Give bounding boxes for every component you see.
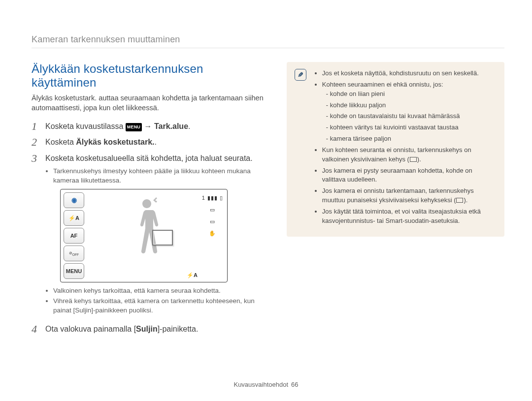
step-number: 3: [32, 153, 40, 320]
menu-button: MENU: [64, 263, 84, 279]
right-column: Jos et kosketa näyttöä, kohdistusruutu o…: [287, 62, 504, 237]
stabilizer-icon: ✋: [209, 230, 216, 238]
page-content: Kameran tarkennuksen muuttaminen Älykkää…: [0, 0, 532, 359]
indicator-icon: ▭: [210, 206, 215, 214]
red-frame-icon: [456, 198, 463, 203]
note-item: Jos kamera ei onnistu tarkentamaan, tark…: [322, 186, 496, 205]
step-1: 1 Kosketa kuvaustilassa MENU → Tark.alue…: [32, 121, 271, 132]
flash-auto-button: ⚡A: [64, 210, 84, 226]
step-body: Ota valokuva painamalla [Suljin]-painike…: [45, 323, 271, 335]
note-item: Kun kohteen seuranta ei onnistu, tarkenn…: [322, 146, 496, 164]
step-number: 2: [32, 136, 40, 148]
step-2: 2 Kosketa Älykäs kosketustark..: [32, 136, 271, 148]
timer-off-button: ⊘OFF: [64, 246, 84, 261]
breadcrumb: Kameran tarkennuksen muuttaminen: [32, 34, 504, 45]
step-body: Kosketa kuvaustilassa MENU → Tark.alue.: [45, 121, 271, 132]
af-button: AF: [64, 228, 84, 244]
note-item: Kohteen seuraaminen ei ehkä onnistu, jos…: [322, 80, 496, 144]
page-footer: Kuvausvaihtoehdot66: [0, 381, 532, 388]
step-list: 1 Kosketa kuvaustilassa MENU → Tark.alue…: [32, 121, 271, 335]
step-4: 4 Ota valokuva painamalla [Suljin]-paini…: [32, 323, 271, 335]
step-number: 1: [32, 121, 40, 132]
page-number: 66: [291, 381, 298, 388]
two-column-layout: Älykkään kosketustarkennuksen käyttämine…: [32, 62, 504, 339]
step-body: Kosketa kosketusalueella sitä kohdetta, …: [45, 153, 271, 320]
note-box: Jos et kosketa näyttöä, kohdistusruutu o…: [287, 62, 504, 237]
note-item: Jos et kosketa näyttöä, kohdistusruutu o…: [322, 69, 496, 78]
note-item: Jos käytät tätä toimintoa, et voi valita…: [322, 207, 496, 226]
note-sublist: kohde on liian pieni kohde liikkuu paljo…: [322, 90, 496, 144]
mode-p-button: ◉: [64, 192, 84, 208]
step-3-subbullets-b: Valkoinen kehys tarkoittaa, että kamera …: [45, 286, 271, 315]
footer-section: Kuvausvaihtoehdot: [233, 381, 288, 388]
divider: [32, 48, 504, 48]
menu-chip-icon: MENU: [126, 123, 142, 131]
step-body: Kosketa Älykäs kosketustark..: [45, 136, 271, 148]
note-list: Jos et kosketa näyttöä, kohdistusruutu o…: [315, 69, 496, 226]
preview-right-indicators: 1 ▮▮▮ ▯ ▭ ▭ ✋: [202, 194, 223, 238]
white-frame-icon: [410, 157, 417, 162]
note-item: Jos kamera ei pysty seuraamaan kohdetta,…: [322, 166, 496, 185]
preview-left-toolbar: ◉ ⚡A AF ⊘OFF MENU: [64, 192, 84, 279]
step-number: 4: [32, 323, 40, 335]
step-3: 3 Kosketa kosketusalueella sitä kohdetta…: [32, 153, 271, 320]
left-column: Älykkään kosketustarkennuksen käyttämine…: [32, 62, 271, 339]
intro-text: Älykäs kosketustark. auttaa seuraamaan k…: [32, 93, 271, 113]
camera-preview-illustration: ◉ ⚡A AF ⊘OFF MENU: [60, 189, 228, 282]
flash-indicator: ⚡A: [187, 272, 198, 279]
note-icon: [295, 69, 306, 81]
step-3-subbullets-a: Tarkennuskehys ilmestyy kohteen päälle j…: [45, 167, 271, 185]
section-title: Älykkään kosketustarkennuksen käyttämine…: [32, 62, 271, 90]
focus-rectangle-icon: [152, 230, 173, 246]
indicator-icon: ▭: [210, 218, 215, 226]
shots-remaining: 1 ▮▮▮ ▯: [202, 194, 223, 202]
